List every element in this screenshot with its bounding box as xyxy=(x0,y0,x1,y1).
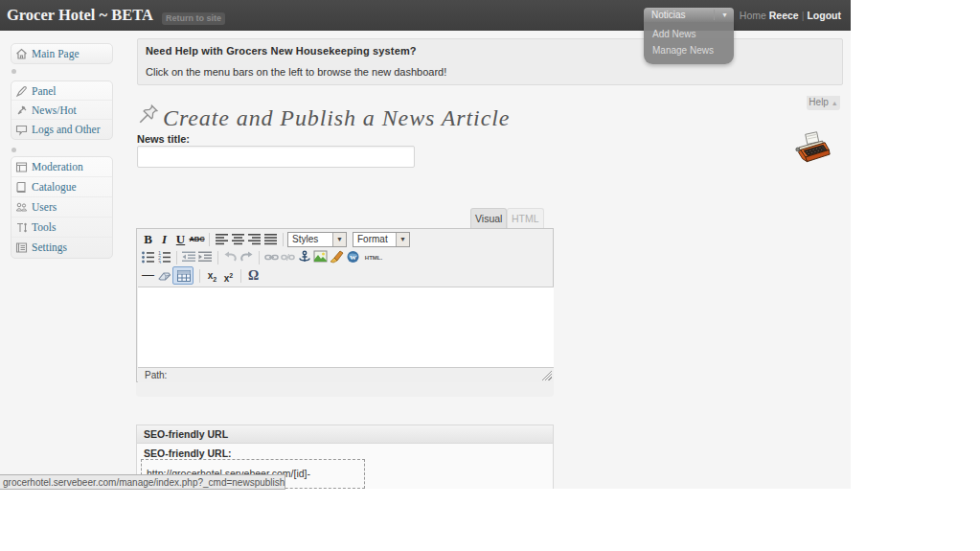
svg-text:W: W xyxy=(350,254,356,262)
svg-text:3: 3 xyxy=(158,260,161,264)
